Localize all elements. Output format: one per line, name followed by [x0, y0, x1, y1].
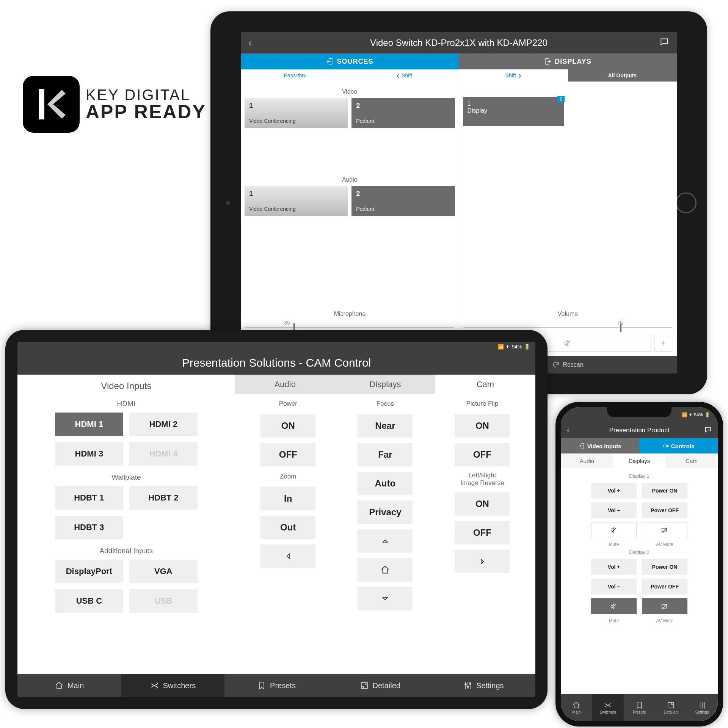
- video-source-1[interactable]: 1Video Conferencing: [245, 98, 348, 128]
- subtab-audio[interactable]: Audio: [561, 453, 613, 468]
- pan-down-button[interactable]: [358, 587, 413, 610]
- zoom-in-button[interactable]: In: [260, 487, 315, 510]
- display-1-title: Display 1: [566, 473, 712, 479]
- badge-line1: KEY DIGITAL: [86, 87, 206, 102]
- d2-poweroff-button[interactable]: Power OFF: [642, 579, 687, 595]
- svg-rect-10: [668, 702, 673, 708]
- svg-rect-8: [662, 528, 667, 532]
- power-label: Power: [279, 399, 297, 409]
- flip-on-button[interactable]: ON: [455, 414, 510, 438]
- d2-volup-button[interactable]: Vol +: [591, 559, 637, 575]
- audio-source-1[interactable]: 1Video Conferencing: [245, 186, 348, 216]
- subtab-shift-left[interactable]: ‹Shift: [350, 69, 459, 82]
- app-ready-badge: KEY DIGITAL APP READY: [23, 76, 218, 133]
- d2-avmute-label: AV Mute: [656, 618, 673, 623]
- focus-near-button[interactable]: Near: [358, 414, 413, 438]
- d1-mute-button[interactable]: [591, 522, 637, 538]
- pan-up-button[interactable]: [358, 529, 413, 553]
- subtab-passthru[interactable]: Pass-thru: [241, 69, 350, 82]
- d1-voldn-button[interactable]: Vol –: [591, 502, 637, 518]
- tab-video-inputs[interactable]: Video Inputs: [561, 438, 639, 453]
- hdbt-2-button[interactable]: HDBT 2: [129, 486, 198, 510]
- home-button[interactable]: [676, 193, 697, 213]
- vga-button[interactable]: VGA: [129, 560, 198, 583]
- flip-off-button[interactable]: OFF: [455, 443, 510, 466]
- pan-right-button[interactable]: [455, 550, 510, 573]
- nav-presets[interactable]: Presets: [624, 694, 655, 721]
- chat-icon[interactable]: [659, 37, 669, 49]
- nav-switchers[interactable]: Switchers: [592, 694, 624, 721]
- svg-rect-2: [361, 682, 367, 689]
- d2-mute-button[interactable]: [591, 598, 637, 614]
- subtab-all-outputs[interactable]: All Outputs: [568, 69, 677, 82]
- d1-poweroff-button[interactable]: Power OFF: [642, 502, 687, 518]
- d1-avmute-button[interactable]: [642, 522, 687, 538]
- privacy-button[interactable]: Privacy: [358, 500, 413, 524]
- tab-displays[interactable]: DISPLAYS: [459, 53, 677, 69]
- d1-mute-label: Mute: [609, 542, 619, 547]
- audio-source-2[interactable]: 2Podium: [351, 186, 455, 216]
- display-output-1[interactable]: 2 1 Display: [463, 97, 564, 126]
- zoom-out-button[interactable]: Out: [260, 516, 315, 539]
- display-badge: 2: [557, 96, 565, 102]
- tab-cam[interactable]: Cam: [435, 375, 535, 394]
- back-icon[interactable]: ‹: [248, 37, 252, 49]
- nav-main[interactable]: Main: [17, 674, 121, 697]
- vol-slider[interactable]: [463, 327, 672, 328]
- nav-detailed[interactable]: Detailed: [655, 694, 686, 721]
- hdmi-3-button[interactable]: HDMI 3: [55, 442, 123, 466]
- subtab-shift-right[interactable]: Shift›: [459, 69, 568, 82]
- home-position-button[interactable]: [358, 558, 413, 582]
- subtab-displays[interactable]: Displays: [613, 453, 665, 468]
- reverse-label: Left/Right Image Reverse: [460, 472, 504, 487]
- chat-icon[interactable]: [704, 426, 712, 435]
- d2-avmute-button[interactable]: [642, 598, 687, 614]
- tab-audio[interactable]: Audio: [235, 375, 335, 394]
- video-inputs-title: Video Inputs: [29, 381, 224, 391]
- wallplate-label: Wallplate: [29, 473, 224, 482]
- tab-controls[interactable]: Controls: [639, 438, 718, 453]
- tablet-camera-icon: [226, 201, 230, 205]
- d1-avmute-label: AV Mute: [656, 542, 673, 547]
- d2-poweron-button[interactable]: Power ON: [642, 559, 687, 575]
- notch: [607, 407, 672, 417]
- mic-value: 35: [241, 320, 454, 326]
- focus-far-button[interactable]: Far: [358, 443, 413, 466]
- power-on-button[interactable]: ON: [260, 414, 315, 438]
- hdmi-4-button[interactable]: HDMI 4: [129, 442, 198, 466]
- nav-main[interactable]: Main: [561, 694, 592, 721]
- focus-auto-button[interactable]: Auto: [358, 472, 413, 495]
- nav-settings[interactable]: Settings: [432, 674, 535, 697]
- tab-sources[interactable]: SOURCES: [241, 53, 459, 69]
- nav-switchers[interactable]: Switchers: [121, 674, 224, 697]
- displayport-button[interactable]: DisplayPort: [55, 560, 123, 583]
- hdmi-2-button[interactable]: HDMI 2: [129, 413, 198, 436]
- pan-left-button[interactable]: [260, 544, 315, 568]
- display-2-title: Display 2: [566, 549, 712, 555]
- nav-settings[interactable]: Settings: [686, 694, 718, 721]
- d1-volup-button[interactable]: Vol +: [591, 483, 637, 499]
- reverse-off-button[interactable]: OFF: [455, 521, 510, 544]
- usb-button[interactable]: USB: [129, 589, 198, 613]
- hdbt-1-button[interactable]: HDBT 1: [55, 486, 123, 510]
- reverse-on-button[interactable]: ON: [455, 492, 510, 516]
- power-off-button[interactable]: OFF: [260, 443, 315, 466]
- vol-plus-button[interactable]: +: [654, 335, 672, 351]
- svg-point-3: [465, 684, 466, 685]
- hdbt-3-button[interactable]: HDBT 3: [55, 516, 123, 539]
- back-icon[interactable]: ‹: [567, 425, 570, 435]
- page-title: Video Switch KD-Pro2x1X with KD-AMP220: [370, 38, 548, 48]
- nav-detailed[interactable]: Detailed: [328, 674, 432, 697]
- hdmi-1-button[interactable]: HDMI 1: [55, 413, 123, 436]
- mic-slider[interactable]: [245, 327, 454, 328]
- video-source-2[interactable]: 2Podium: [351, 98, 455, 128]
- svg-rect-9: [662, 604, 667, 608]
- tab-displays[interactable]: Displays: [335, 375, 435, 394]
- nav-presets[interactable]: Presets: [224, 674, 328, 697]
- usbc-button[interactable]: USB C: [55, 589, 123, 613]
- d2-voldn-button[interactable]: Vol –: [591, 579, 637, 595]
- vol-label: Volume: [463, 311, 672, 317]
- subtab-cam[interactable]: Cam: [665, 453, 718, 468]
- header: ‹ Video Switch KD-Pro2x1X with KD-AMP220: [241, 32, 677, 53]
- d1-poweron-button[interactable]: Power ON: [642, 483, 687, 499]
